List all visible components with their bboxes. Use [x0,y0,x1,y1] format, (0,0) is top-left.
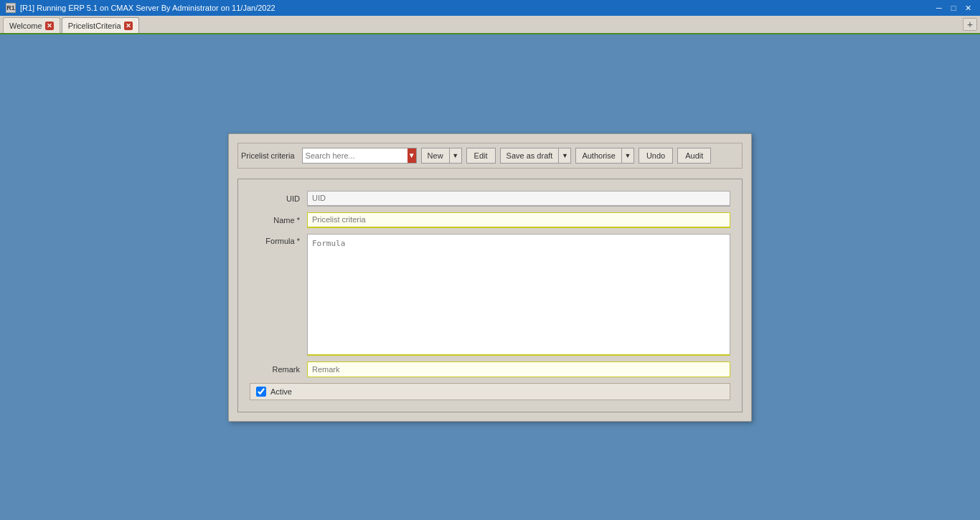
search-input[interactable] [303,148,407,163]
active-row: Active [250,383,730,400]
form-panel: UID Name * Formula * Remark Active [237,179,743,412]
name-input[interactable] [307,212,730,228]
edit-button[interactable]: Edit [466,148,496,164]
uid-label: UID [250,194,307,203]
tab-welcome[interactable]: Welcome ✕ [3,17,60,33]
tab-welcome-close[interactable]: ✕ [45,22,54,30]
tab-pricelist-criteria[interactable]: PricelistCriteria ✕ [62,17,139,33]
authorise-dropdown-button[interactable]: ▼ [621,148,634,164]
uid-input[interactable] [307,191,730,207]
uid-row: UID [250,191,730,207]
authorise-button[interactable]: Authorise [575,148,621,164]
save-draft-button[interactable]: Save as draft [500,148,559,164]
minimize-button[interactable]: ─ [933,2,946,14]
main-content: Pricelist criteria ▼ New ▼ Edit Save as … [0,34,980,520]
remark-row: Remark [250,361,730,377]
formula-label: Formula * [250,234,307,245]
new-dropdown-button[interactable]: ▼ [449,148,462,164]
new-split-button: New ▼ [421,148,462,164]
active-checkbox[interactable] [256,387,266,397]
app-icon: R1 [6,3,16,13]
name-row: Name * [250,212,730,228]
authorise-split-button: Authorise ▼ [575,148,633,164]
new-button[interactable]: New [421,148,449,164]
formula-row: Formula * [250,234,730,356]
audit-button[interactable]: Audit [677,148,711,164]
maximize-button[interactable]: □ [947,2,960,14]
active-label: Active [270,387,292,396]
close-button[interactable]: ✕ [961,2,974,14]
window-controls: ─ □ ✕ [933,2,974,14]
save-draft-split-button: Save as draft ▼ [500,148,572,164]
toolbar: Pricelist criteria ▼ New ▼ Edit Save as … [237,143,743,169]
formula-textarea[interactable] [307,234,730,356]
pricelist-criteria-label: Pricelist criteria [241,151,295,160]
new-btn-group: New ▼ [421,148,462,164]
tab-pricelist-label: PricelistCriteria [68,22,121,30]
title-bar-text: [R1] Running ERP 5.1 on CMAX Server By A… [20,4,275,12]
tab-pricelist-close[interactable]: ✕ [124,22,133,30]
title-bar: R1 [R1] Running ERP 5.1 on CMAX Server B… [0,0,980,16]
search-wrapper: ▼ [302,148,417,164]
tab-add-button[interactable]: + [963,18,977,31]
remark-label: Remark [250,365,307,374]
search-dropdown-button[interactable]: ▼ [407,148,416,163]
undo-button[interactable]: Undo [639,148,673,164]
form-container: Pricelist criteria ▼ New ▼ Edit Save as … [228,133,752,422]
save-draft-dropdown-button[interactable]: ▼ [558,148,571,164]
name-label: Name * [250,216,307,224]
remark-input[interactable] [307,361,730,377]
tab-bar: Welcome ✕ PricelistCriteria ✕ + [0,16,980,34]
tab-welcome-label: Welcome [9,22,42,30]
